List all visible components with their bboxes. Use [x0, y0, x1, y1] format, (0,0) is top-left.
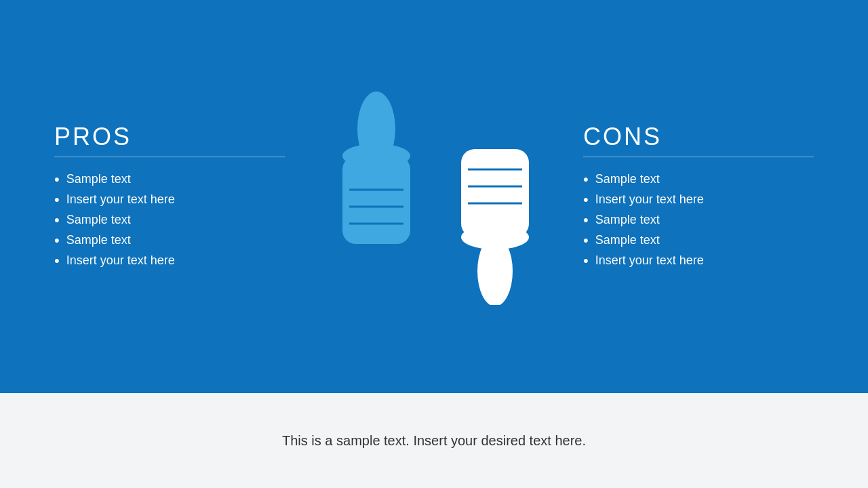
icons-center — [285, 88, 583, 305]
footer-section: This is a sample text. Insert your desir… — [0, 393, 868, 488]
svg-rect-1 — [342, 156, 410, 244]
thumbs-down-icon — [441, 88, 549, 305]
list-item[interactable]: Sample text — [583, 210, 814, 230]
list-item[interactable]: Insert your text here — [54, 190, 285, 210]
list-item[interactable]: Sample text — [54, 210, 285, 230]
cons-title: CONS — [583, 123, 814, 151]
main-section: PROS Sample text Insert your text here S… — [0, 0, 868, 393]
list-item[interactable]: Sample text — [54, 230, 285, 251]
svg-rect-6 — [461, 149, 529, 237]
list-item[interactable]: Insert your text here — [583, 190, 814, 210]
cons-list: Sample text Insert your text here Sample… — [583, 169, 814, 271]
thumbs-up-icon — [319, 88, 434, 305]
svg-point-8 — [461, 225, 529, 249]
pros-divider — [54, 157, 285, 157]
list-item[interactable]: Insert your text here — [583, 251, 814, 271]
list-item[interactable]: Sample text — [583, 169, 814, 190]
pros-list: Sample text Insert your text here Sample… — [54, 169, 285, 271]
pros-column: PROS Sample text Insert your text here S… — [54, 123, 285, 271]
svg-point-2 — [342, 144, 410, 168]
cons-column: CONS Sample text Insert your text here S… — [583, 123, 814, 271]
list-item[interactable]: Sample text — [54, 169, 285, 190]
footer-text[interactable]: This is a sample text. Insert your desir… — [282, 430, 586, 451]
pros-title: PROS — [54, 123, 285, 151]
cons-divider — [583, 157, 814, 157]
list-item[interactable]: Insert your text here — [54, 251, 285, 271]
list-item[interactable]: Sample text — [583, 230, 814, 251]
